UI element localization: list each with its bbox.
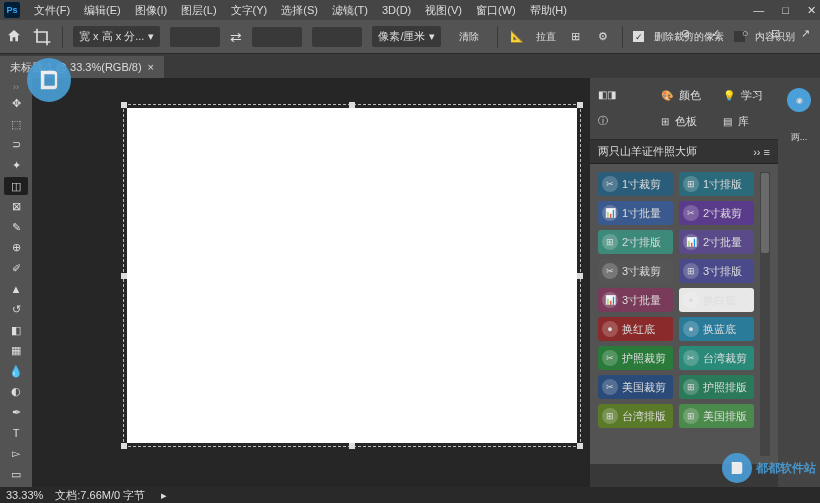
close-button[interactable]: ✕ [807, 4, 816, 17]
commit-icon[interactable]: ✓ [706, 24, 724, 42]
search-icon[interactable]: ○ [736, 24, 754, 42]
doc-info-arrow-icon[interactable]: ▸ [161, 489, 167, 502]
overlay-icon[interactable]: ⊞ [566, 28, 584, 46]
crop-tool-icon[interactable] [32, 27, 52, 47]
watermark-logo [27, 58, 71, 102]
path-tool[interactable]: ▻ [4, 445, 28, 463]
clear-button[interactable]: 清除 [451, 27, 487, 47]
panel-libraries[interactable]: ▤ 库 [719, 112, 774, 131]
height-field[interactable] [252, 27, 302, 47]
settings-icon[interactable]: ⚙ [594, 28, 612, 46]
menu-3d[interactable]: 3D(D) [382, 4, 411, 16]
wand-tool[interactable]: ✦ [4, 157, 28, 175]
history-brush-tool[interactable]: ↺ [4, 301, 28, 319]
plugin-panel-body: ✂1寸裁剪📊1寸批量⊞2寸排版✂3寸裁剪📊3寸批量●换红底✂护照裁剪✂美国裁剪⊞… [590, 164, 778, 464]
doc-tab[interactable]: 未标题-1 @ 33.3%(RGB/8)× [0, 56, 164, 79]
move-tool[interactable]: ✥ [4, 95, 28, 113]
panel-scrollbar[interactable] [760, 172, 770, 456]
plugin-btn-1寸排版[interactable]: ⊞1寸排版 [679, 172, 754, 196]
doc-info[interactable]: 文档:7.66M/0 字节 [55, 488, 145, 503]
type-tool[interactable]: T [4, 424, 28, 442]
menu-text[interactable]: 文字(Y) [231, 3, 268, 18]
menu-file[interactable]: 文件(F) [34, 3, 70, 18]
blur-tool[interactable]: 💧 [4, 363, 28, 381]
menu-edit[interactable]: 编辑(E) [84, 3, 121, 18]
lasso-tool[interactable]: ⊃ [4, 136, 28, 154]
plugin-btn-美国排版[interactable]: ⊞美国排版 [679, 404, 754, 428]
menu-layer[interactable]: 图层(L) [181, 3, 216, 18]
panel-color[interactable]: 🎨 颜色 [657, 86, 712, 105]
shape-tool[interactable]: ▭ [4, 465, 28, 483]
plugin-btn-2寸批量[interactable]: 📊2寸批量 [679, 230, 754, 254]
gradient-tool[interactable]: ▦ [4, 342, 28, 360]
plugin-btn-2寸裁剪[interactable]: ✂2寸裁剪 [679, 201, 754, 225]
straighten-label: 拉直 [536, 30, 556, 44]
plugin-btn-3寸批量[interactable]: 📊3寸批量 [598, 288, 673, 312]
plugin-btn-台湾裁剪[interactable]: ✂台湾裁剪 [679, 346, 754, 370]
panel-learn[interactable]: 💡 学习 [719, 86, 774, 105]
menu-select[interactable]: 选择(S) [281, 3, 318, 18]
marquee-tool[interactable]: ⬚ [4, 116, 28, 134]
right-panel: ◧◨ ⓘ 🎨 颜色 ⊞ 色板 💡 学习 ▤ 库 两只山羊证件照大师 ›› ≡ ✂… [590, 78, 820, 487]
heal-tool[interactable]: ⊕ [4, 239, 28, 257]
reset-icon[interactable]: ⊘ [676, 24, 694, 42]
plugin-btn-2寸排版[interactable]: ⊞2寸排版 [598, 230, 673, 254]
plugin-btn-1寸裁剪[interactable]: ✂1寸裁剪 [598, 172, 673, 196]
res-field[interactable] [312, 27, 362, 47]
menu-filter[interactable]: 滤镜(T) [332, 3, 368, 18]
zoom-level[interactable]: 33.33% [6, 489, 43, 501]
crop-frame[interactable] [123, 104, 581, 447]
home-icon[interactable] [6, 28, 22, 46]
canvas-area [32, 78, 590, 487]
eraser-tool[interactable]: ◧ [4, 321, 28, 339]
plugin-btn-1寸批量[interactable]: 📊1寸批量 [598, 201, 673, 225]
plugin-tab-label[interactable]: 两... [782, 120, 816, 154]
menu-window[interactable]: 窗口(W) [476, 3, 516, 18]
plugin-btn-护照裁剪[interactable]: ✂护照裁剪 [598, 346, 673, 370]
pen-tool[interactable]: ✒ [4, 404, 28, 422]
menu-image[interactable]: 图像(I) [135, 3, 167, 18]
plugin-btn-换蓝底[interactable]: ●换蓝底 [679, 317, 754, 341]
plugin-btn-换白底[interactable]: ●换白底 [679, 288, 754, 312]
doc-tabbar: 未标题-1 @ 33.3%(RGB/8)× [0, 54, 820, 78]
unit-dropdown[interactable]: 像素/厘米▾ [372, 26, 441, 47]
plugin-btn-换红底[interactable]: ●换红底 [598, 317, 673, 341]
plugin-panel-header[interactable]: 两只山羊证件照大师 ›› ≡ [590, 140, 778, 164]
plugin-btn-护照排版[interactable]: ⊞护照排版 [679, 375, 754, 399]
stamp-tool[interactable]: ▲ [4, 280, 28, 298]
width-field[interactable] [170, 27, 220, 47]
plugin-btn-3寸排版[interactable]: ⊞3寸排版 [679, 259, 754, 283]
panel-info-icon[interactable]: ⓘ [594, 112, 649, 130]
status-bar: 33.33% 文档:7.66M/0 字节 ▸ [0, 487, 820, 503]
plugin-btn-台湾排版[interactable]: ⊞台湾排版 [598, 404, 673, 428]
watermark-br: 都都软件站 [722, 453, 816, 483]
options-bar: 宽 x 高 x 分...▾ ⇄ 像素/厘米▾ 清除 📐 拉直 ⊞ ⚙ ✓ 删除裁… [0, 20, 820, 54]
share-icon[interactable]: ↗ [796, 24, 814, 42]
workspace-icon[interactable]: ⊡ [766, 24, 784, 42]
maximize-button[interactable]: □ [782, 4, 789, 17]
swap-icon[interactable]: ⇄ [230, 29, 242, 45]
menu-bar: Ps 文件(F) 编辑(E) 图像(I) 图层(L) 文字(Y) 选择(S) 滤… [0, 0, 820, 20]
delete-cropped-checkbox[interactable]: ✓ [633, 31, 644, 42]
menu-view[interactable]: 视图(V) [425, 3, 462, 18]
panel-adjustments-icon[interactable]: ◧◨ [594, 87, 649, 102]
panel-swatches[interactable]: ⊞ 色板 [657, 112, 712, 131]
plugin-tab-avatar[interactable]: ◉ [787, 88, 811, 112]
frame-tool[interactable]: ⊠ [4, 198, 28, 216]
dodge-tool[interactable]: ◐ [4, 383, 28, 401]
plugin-btn-美国裁剪[interactable]: ✂美国裁剪 [598, 375, 673, 399]
tab-close-icon[interactable]: × [148, 61, 154, 73]
minimize-button[interactable]: — [753, 4, 764, 17]
plugin-btn-3寸裁剪[interactable]: ✂3寸裁剪 [598, 259, 673, 283]
crop-tool[interactable]: ◫ [4, 177, 28, 195]
left-toolbar: ›› ✥ ⬚ ⊃ ✦ ◫ ⊠ ✎ ⊕ ✐ ▲ ↺ ◧ ▦ 💧 ◐ ✒ T ▻ ▭ [0, 78, 32, 487]
ratio-dropdown[interactable]: 宽 x 高 x 分...▾ [73, 26, 160, 47]
menu-help[interactable]: 帮助(H) [530, 3, 567, 18]
straighten-icon[interactable]: 📐 [508, 28, 526, 46]
eyedropper-tool[interactable]: ✎ [4, 218, 28, 236]
app-icon: Ps [4, 2, 20, 18]
brush-tool[interactable]: ✐ [4, 260, 28, 278]
